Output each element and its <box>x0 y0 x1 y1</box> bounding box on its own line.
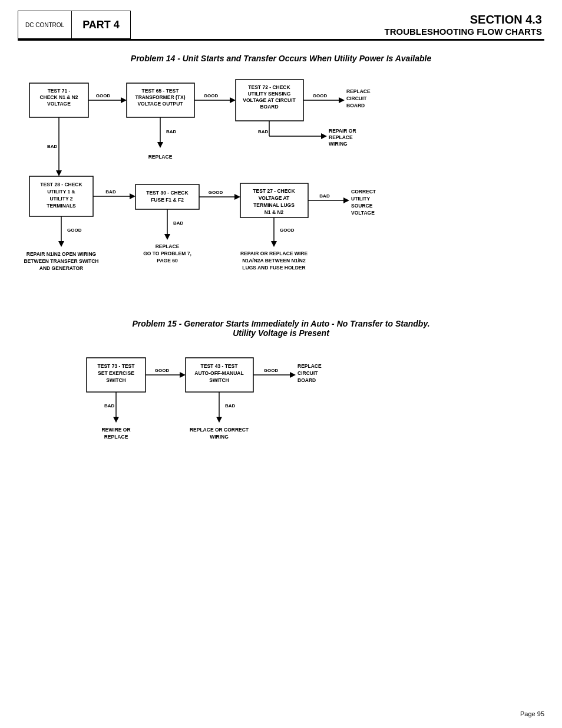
problem14-section: Problem 14 - Unit Starts and Transfer Oc… <box>18 54 544 295</box>
svg-marker-51 <box>234 194 240 200</box>
svg-text:TEST 65 - TEST: TEST 65 - TEST <box>142 88 180 94</box>
svg-text:AUTO-OFF-MANUAL: AUTO-OFF-MANUAL <box>194 370 243 376</box>
svg-text:UTILITY: UTILITY <box>351 196 370 202</box>
svg-marker-95 <box>290 372 296 378</box>
svg-text:CIRCUIT: CIRCUIT <box>346 95 367 101</box>
svg-marker-34 <box>321 133 327 139</box>
problem15-flowchart: TEST 73 - TEST SET EXERCISE SWITCH GOOD … <box>75 346 487 464</box>
svg-marker-26 <box>157 142 163 148</box>
svg-text:GOOD: GOOD <box>155 368 170 373</box>
svg-marker-78 <box>271 241 277 247</box>
svg-text:BAD: BAD <box>319 193 330 199</box>
svg-text:UTILITY 2: UTILITY 2 <box>49 196 72 202</box>
svg-text:REPLACE: REPLACE <box>346 88 371 94</box>
svg-text:TRANSFORMER (TX): TRANSFORMER (TX) <box>135 94 186 100</box>
svg-marker-30 <box>56 170 62 176</box>
svg-text:VOLTAGE: VOLTAGE <box>47 101 71 107</box>
svg-text:SWITCH: SWITCH <box>209 377 229 383</box>
svg-text:REPAIR OR REPLACE WIRE: REPAIR OR REPLACE WIRE <box>240 251 308 256</box>
svg-text:WIRING: WIRING <box>329 141 348 147</box>
svg-text:AND GENERATOR: AND GENERATOR <box>39 265 83 271</box>
page-number: Page 95 <box>520 710 544 717</box>
svg-text:BAD: BAD <box>47 144 58 149</box>
svg-text:GOOD: GOOD <box>280 228 295 233</box>
svg-text:GO TO PROBLEM 7,: GO TO PROBLEM 7, <box>143 251 191 256</box>
svg-text:CIRCUIT: CIRCUIT <box>297 370 318 376</box>
svg-text:SOURCE: SOURCE <box>351 203 373 209</box>
svg-text:LUGS AND FUSE HOLDER: LUGS AND FUSE HOLDER <box>242 265 305 271</box>
svg-text:REPAIR OR: REPAIR OR <box>329 128 356 134</box>
svg-text:VOLTAGE OUTPUT: VOLTAGE OUTPUT <box>137 101 183 107</box>
svg-text:BOARD: BOARD <box>346 103 365 108</box>
svg-text:TEST 27 - CHECK: TEST 27 - CHECK <box>253 188 295 194</box>
svg-marker-101 <box>113 417 119 423</box>
svg-text:GOOD: GOOD <box>264 368 279 373</box>
svg-marker-12 <box>230 97 236 103</box>
svg-text:REPAIR N1/N2 OPEN WIRING: REPAIR N1/N2 OPEN WIRING <box>27 251 97 257</box>
svg-marker-45 <box>130 193 135 199</box>
svg-text:CHECK N1 & N2: CHECK N1 & N2 <box>39 94 78 100</box>
svg-text:GOOD: GOOD <box>204 93 219 98</box>
svg-text:UTILITY 1 &: UTILITY 1 & <box>47 189 75 195</box>
svg-text:N1 & N2: N1 & N2 <box>265 209 284 215</box>
svg-text:TERMINAL LUGS: TERMINAL LUGS <box>253 202 295 208</box>
svg-text:N1A/N2A BETWEEN N1/N2: N1A/N2A BETWEEN N1/N2 <box>242 258 306 263</box>
problem15-section: Problem 15 - Generator Starts Immediatel… <box>18 319 544 464</box>
svg-marker-5 <box>121 97 127 103</box>
svg-text:TEST 30 - CHECK: TEST 30 - CHECK <box>146 190 189 196</box>
svg-marker-20 <box>339 97 345 103</box>
svg-text:BAD: BAD <box>258 129 269 134</box>
problem14-flowchart: TEST 71 - CHECK N1 & N2 VOLTAGE GOOD TES… <box>18 71 544 295</box>
svg-text:TEST 28 - CHECK: TEST 28 - CHECK <box>40 182 82 187</box>
dc-control-label: DC CONTROL <box>18 11 72 39</box>
svg-text:CORRECT: CORRECT <box>351 189 376 195</box>
svg-marker-72 <box>58 241 64 247</box>
svg-text:TERMINALS: TERMINALS <box>47 203 76 209</box>
svg-text:GOOD: GOOD <box>209 190 223 195</box>
svg-text:FUSE F1 & F2: FUSE F1 & F2 <box>151 197 184 203</box>
svg-text:TEST 72 - CHECK: TEST 72 - CHECK <box>248 84 290 90</box>
svg-marker-106 <box>216 417 222 423</box>
svg-text:VOLTAGE AT: VOLTAGE AT <box>259 195 290 201</box>
part-label: PART 4 <box>72 11 131 39</box>
svg-text:BOARD: BOARD <box>260 104 278 110</box>
svg-marker-59 <box>343 197 349 203</box>
section-title: SECTION 4.3 TROUBLESHOOTING FLOW CHARTS <box>131 11 544 39</box>
svg-text:TEST 73 - TEST: TEST 73 - TEST <box>98 363 135 369</box>
svg-text:TEST 71 -: TEST 71 - <box>48 88 71 94</box>
svg-text:BAD: BAD <box>225 403 236 409</box>
svg-text:VOLTAGE: VOLTAGE <box>351 210 375 216</box>
svg-text:GOOD: GOOD <box>67 228 82 233</box>
svg-text:BAD: BAD <box>166 129 177 134</box>
svg-text:WIRING: WIRING <box>210 434 229 440</box>
svg-text:REPLACE OR CORRECT: REPLACE OR CORRECT <box>190 427 249 433</box>
page-header: DC CONTROL PART 4 SECTION 4.3 TROUBLESHO… <box>18 11 544 41</box>
svg-text:GOOD: GOOD <box>96 93 111 98</box>
problem15-title: Problem 15 - Generator Starts Immediatel… <box>18 319 544 338</box>
svg-text:BAD: BAD <box>173 220 184 226</box>
svg-text:BAD: BAD <box>105 189 116 195</box>
svg-text:TEST 43 - TEST: TEST 43 - TEST <box>201 363 239 369</box>
svg-text:REPLACE: REPLACE <box>148 154 173 160</box>
svg-text:BOARD: BOARD <box>297 377 316 383</box>
svg-text:BETWEEN TRANSFER SWITCH: BETWEEN TRANSFER SWITCH <box>24 258 98 264</box>
svg-text:REPLACE: REPLACE <box>329 134 353 140</box>
svg-text:REPLACE: REPLACE <box>104 434 128 440</box>
svg-text:UTILITY SENSING: UTILITY SENSING <box>248 91 291 97</box>
svg-text:REPLACE: REPLACE <box>156 243 180 249</box>
svg-text:REWIRE OR: REWIRE OR <box>101 427 130 433</box>
svg-text:REPLACE: REPLACE <box>297 363 322 369</box>
problem14-title: Problem 14 - Unit Starts and Transfer Oc… <box>18 54 544 63</box>
svg-text:VOLTAGE AT CIRCUIT: VOLTAGE AT CIRCUIT <box>243 97 296 103</box>
svg-marker-88 <box>180 372 186 378</box>
svg-marker-66 <box>164 234 170 240</box>
svg-text:BAD: BAD <box>104 403 115 409</box>
svg-text:SWITCH: SWITCH <box>106 377 126 383</box>
svg-text:PAGE 60: PAGE 60 <box>157 258 178 263</box>
svg-text:GOOD: GOOD <box>313 93 328 98</box>
svg-text:SET EXERCISE: SET EXERCISE <box>98 370 134 376</box>
